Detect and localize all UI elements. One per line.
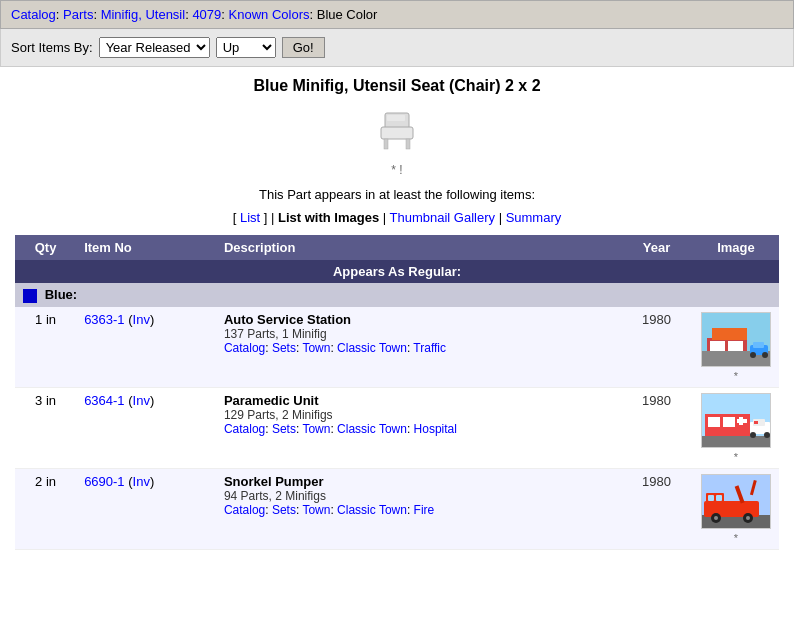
sets-link[interactable]: Sets (272, 503, 296, 517)
item-image-cell: * (693, 387, 779, 468)
item-qty: 3 in (15, 387, 76, 468)
direction-select[interactable]: Up Down (216, 37, 276, 58)
breadcrumb: Catalog: Parts: Minifig, Utensil: 4079: … (0, 0, 794, 29)
blue-color-indicator (23, 289, 37, 303)
traffic-link[interactable]: Traffic (413, 341, 446, 355)
svg-rect-3 (406, 139, 410, 149)
category-row: Blue: (15, 283, 779, 307)
svg-rect-21 (702, 436, 771, 448)
item-qty: 2 in (15, 468, 76, 549)
classic-town-link[interactable]: Classic Town (337, 341, 407, 355)
item-no-link[interactable]: 6364-1 (84, 393, 124, 408)
item-no-cell: 6363-1 (Inv) (76, 307, 216, 388)
item-qty: 1 in (15, 307, 76, 388)
item-year: 1980 (620, 468, 693, 549)
svg-rect-1 (381, 127, 413, 139)
item-image-cell: * (693, 307, 779, 388)
image-asterisk: * (701, 451, 771, 463)
town-link[interactable]: Town (302, 503, 330, 517)
part-image-container (15, 105, 779, 158)
svg-rect-2 (384, 139, 388, 149)
item-detail: 94 Parts, 2 Minifigs (224, 489, 612, 503)
item-no-cell: 6690-1 (Inv) (76, 468, 216, 549)
view-list-link[interactable]: List (240, 210, 260, 225)
item-detail: 137 Parts, 1 Minifig (224, 327, 612, 341)
sort-label: Sort Items By: (11, 40, 93, 55)
item-no-cell: 6364-1 (Inv) (76, 387, 216, 468)
image-asterisk: * (701, 370, 771, 382)
svg-rect-17 (708, 417, 720, 427)
part-image (367, 105, 427, 155)
view-thumbnail-link[interactable]: Thumbnail Gallery (390, 210, 496, 225)
item-no-link[interactable]: 6690-1 (84, 474, 124, 489)
svg-rect-24 (754, 421, 758, 424)
item-name: Paramedic Unit (224, 393, 612, 408)
main-content: Blue Minifig, Utensil Seat (Chair) 2 x 2… (0, 67, 794, 560)
item-no-link[interactable]: 6363-1 (84, 312, 124, 327)
col-year: Year (620, 235, 693, 260)
item-desc-cell: Snorkel Pumper 94 Parts, 2 Minifigs Cata… (216, 468, 620, 549)
svg-rect-20 (739, 417, 743, 425)
item-detail: 129 Parts, 2 Minifigs (224, 408, 612, 422)
svg-point-26 (764, 432, 770, 438)
col-qty: Qty (15, 235, 76, 260)
item-image-cell: * (693, 468, 779, 549)
breadcrumb-catalog[interactable]: Catalog (11, 7, 56, 22)
breadcrumb-parts[interactable]: Parts (63, 7, 93, 22)
town-link[interactable]: Town (302, 422, 330, 436)
item-catalog: Catalog: Sets: Town: Classic Town: Hospi… (224, 422, 612, 436)
view-list-images-current: List with Images (278, 210, 379, 225)
col-description: Description (216, 235, 620, 260)
item-image (701, 393, 771, 448)
item-inv-link[interactable]: Inv (133, 474, 150, 489)
breadcrumb-4079[interactable]: 4079 (192, 7, 221, 22)
svg-rect-4 (387, 115, 405, 121)
item-inv-link[interactable]: Inv (133, 393, 150, 408)
catalog-link[interactable]: Catalog (224, 341, 265, 355)
col-image: Image (693, 235, 779, 260)
items-table: Qty Item No Description Year Image Appea… (15, 235, 779, 550)
sort-select[interactable]: Year Released Item No Description Qty (99, 37, 210, 58)
item-desc-cell: Paramedic Unit 129 Parts, 2 Minifigs Cat… (216, 387, 620, 468)
svg-rect-12 (753, 342, 764, 348)
item-catalog: Catalog: Sets: Town: Classic Town: Traff… (224, 341, 612, 355)
item-name: Auto Service Station (224, 312, 612, 327)
classic-town-link[interactable]: Classic Town (337, 422, 407, 436)
svg-rect-18 (723, 417, 735, 427)
item-inv-link[interactable]: Inv (133, 312, 150, 327)
appears-as-label: Appears As Regular: (15, 260, 779, 283)
item-image (701, 312, 771, 367)
category-label: Blue: (15, 283, 779, 307)
table-header-row: Qty Item No Description Year Image (15, 235, 779, 260)
table-row: 3 in 6364-1 (Inv) Paramedic Unit 129 Par… (15, 387, 779, 468)
item-year: 1980 (620, 307, 693, 388)
go-button[interactable]: Go! (282, 37, 325, 58)
breadcrumb-minifig-utensil[interactable]: Minifig, Utensil (101, 7, 186, 22)
part-title: Blue Minifig, Utensil Seat (Chair) 2 x 2 (15, 77, 779, 95)
breadcrumb-known-colors[interactable]: Known Colors (229, 7, 310, 22)
image-asterisk: * (701, 532, 771, 544)
col-itemno: Item No (76, 235, 216, 260)
catalog-link[interactable]: Catalog (224, 503, 265, 517)
fire-link[interactable]: Fire (414, 503, 435, 517)
part-image-note: * ! (15, 163, 779, 177)
svg-point-36 (714, 516, 718, 520)
sets-link[interactable]: Sets (272, 341, 296, 355)
hospital-link[interactable]: Hospital (414, 422, 457, 436)
view-summary-link[interactable]: Summary (506, 210, 562, 225)
item-year: 1980 (620, 387, 693, 468)
view-links: [ List ] | List with Images | Thumbnail … (15, 210, 779, 225)
svg-point-13 (750, 352, 756, 358)
classic-town-link[interactable]: Classic Town (337, 503, 407, 517)
item-name: Snorkel Pumper (224, 474, 612, 489)
item-desc-cell: Auto Service Station 137 Parts, 1 Minifi… (216, 307, 620, 388)
sets-link[interactable]: Sets (272, 422, 296, 436)
svg-rect-9 (712, 328, 747, 340)
svg-rect-31 (708, 495, 714, 501)
svg-point-38 (746, 516, 750, 520)
catalog-link[interactable]: Catalog (224, 422, 265, 436)
breadcrumb-current: Blue Color (317, 7, 378, 22)
svg-point-25 (750, 432, 756, 438)
town-link[interactable]: Town (302, 341, 330, 355)
appears-text: This Part appears in at least the follow… (15, 187, 779, 202)
